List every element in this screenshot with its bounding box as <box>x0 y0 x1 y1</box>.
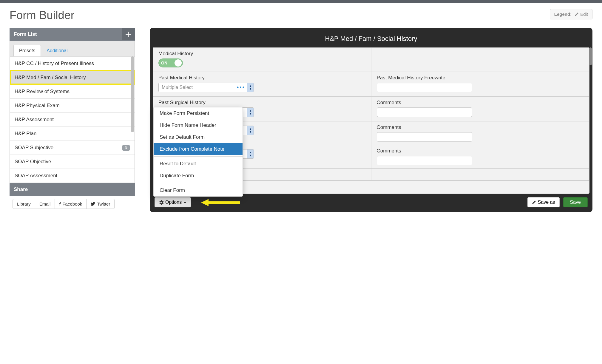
comments-input[interactable] <box>377 132 472 142</box>
list-item[interactable]: H&P Med / Fam / Social History <box>10 70 135 84</box>
share-buttons: Library Email fFacebook Twitter <box>10 196 135 212</box>
form-list-panel: Form List Presets Additional H&P CC / Hi… <box>10 28 135 212</box>
form-list-tabs: Presets Additional <box>10 41 135 56</box>
menu-duplicate[interactable]: Duplicate Form <box>154 170 243 182</box>
comments-input[interactable] <box>377 156 472 165</box>
medical-history-label: Medical History <box>158 51 366 57</box>
menu-set-default[interactable]: Set as Default Form <box>154 131 243 143</box>
list-item[interactable]: H&P Assessment <box>10 112 135 127</box>
comments-input[interactable] <box>377 107 472 117</box>
app-topbar <box>0 0 602 3</box>
menu-separator <box>154 183 243 183</box>
tab-presets[interactable]: Presets <box>13 45 41 56</box>
medical-history-toggle[interactable]: ON <box>158 58 183 67</box>
pencil-icon <box>575 12 579 16</box>
share-library-button[interactable]: Library <box>13 199 35 209</box>
menu-clear-form[interactable]: Clear Form <box>154 184 243 196</box>
list-item[interactable]: H&P CC / History of Present Illness <box>10 56 135 70</box>
list-item[interactable]: SOAP Assessment <box>10 169 135 183</box>
list-item[interactable]: SOAP Objective <box>10 155 135 169</box>
gear-icon <box>159 200 163 205</box>
scrollbar[interactable] <box>131 56 134 132</box>
chevron-up-down-icon: ▲▼ <box>247 83 254 92</box>
past-medical-freewrite-input[interactable] <box>377 83 472 92</box>
past-medical-freewrite-label: Past Medical History Freewrite <box>377 75 584 81</box>
past-medical-label: Past Medical History <box>158 75 366 81</box>
twitter-icon <box>91 202 95 206</box>
comments-label: Comments <box>377 148 584 154</box>
share-title: Share <box>10 183 135 196</box>
menu-make-persistent[interactable]: Make Form Persistent <box>154 107 243 119</box>
list-item[interactable]: H&P Plan <box>10 127 135 141</box>
list-item[interactable]: SOAP SubjectiveD <box>10 141 135 155</box>
share-email-button[interactable]: Email <box>35 199 55 209</box>
scrollbar[interactable] <box>589 47 592 65</box>
chevron-up-down-icon: ▲▼ <box>247 108 254 117</box>
legend-edit[interactable]: Edit <box>575 12 588 17</box>
share-twitter-button[interactable]: Twitter <box>87 199 115 209</box>
past-surgical-label: Past Surgical History <box>158 100 366 106</box>
options-button[interactable]: Options <box>155 197 191 207</box>
arrow-annotation <box>201 198 240 208</box>
list-item[interactable]: H&P Review of Systems <box>10 84 135 98</box>
toggle-knob <box>175 59 182 67</box>
form-list-title: Form List <box>14 31 37 37</box>
menu-hide-header[interactable]: Hide Form Name Header <box>154 119 243 131</box>
facebook-icon: f <box>59 201 61 206</box>
menu-separator <box>154 156 243 157</box>
list-item[interactable]: H&P Physical Exam <box>10 98 135 112</box>
add-form-button[interactable] <box>122 28 135 40</box>
default-badge: D <box>122 145 130 151</box>
caret-up-icon <box>183 201 186 203</box>
comments-label: Comments <box>377 124 584 130</box>
page-title: Form Builder <box>10 9 75 22</box>
chevron-up-down-icon: ▲▼ <box>247 149 254 158</box>
options-menu: Make Form Persistent Hide Form Name Head… <box>153 107 243 197</box>
share-facebook-button[interactable]: fFacebook <box>55 199 87 209</box>
form-title: H&P Med / Fam / Social History <box>153 31 589 47</box>
past-medical-select[interactable]: Multiple Select ••• ▲▼ <box>158 83 254 92</box>
comments-label: Comments <box>377 100 584 106</box>
menu-reset-default[interactable]: Reset to Default <box>154 158 243 170</box>
chevron-up-down-icon: ▲▼ <box>247 126 254 135</box>
save-button[interactable]: Save <box>563 197 588 207</box>
pencil-icon <box>532 200 536 204</box>
menu-exclude-complete-note[interactable]: Exclude from Complete Note <box>154 143 243 155</box>
legend-label: Legend: <box>554 12 572 17</box>
form-editor-panel: H&P Med / Fam / Social History Medical H… <box>150 28 592 212</box>
ellipsis-icon: ••• <box>237 84 247 91</box>
legend-box[interactable]: Legend: Edit <box>550 9 592 19</box>
plus-icon <box>125 31 131 37</box>
save-as-button[interactable]: Save as <box>527 197 560 207</box>
tab-additional[interactable]: Additional <box>41 45 73 56</box>
